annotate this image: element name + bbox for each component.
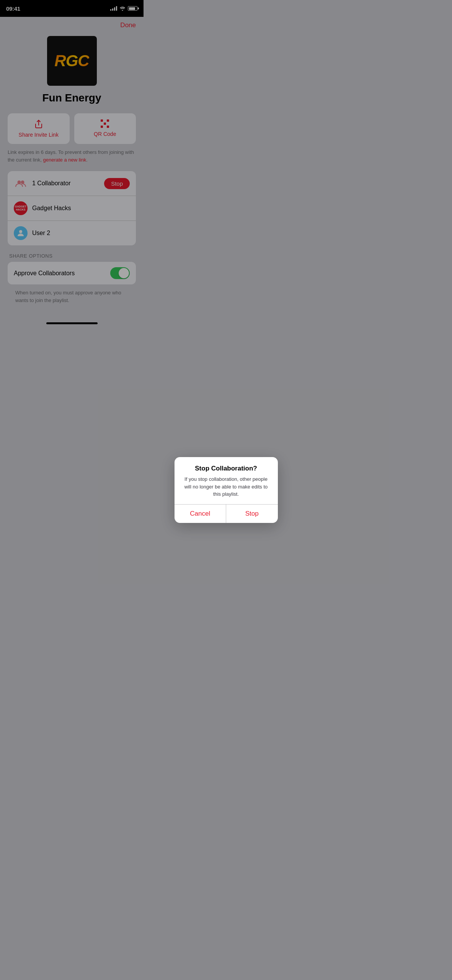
dialog-overlay: Stop Collaboration? If you stop collabor… <box>0 0 144 326</box>
